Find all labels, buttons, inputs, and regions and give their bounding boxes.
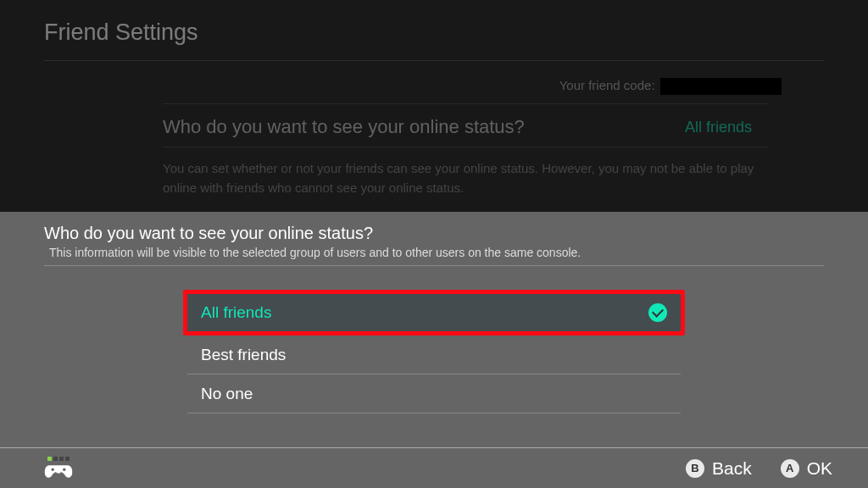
back-label: Back — [712, 458, 752, 479]
bottom-bar: B Back A OK — [0, 447, 868, 488]
option-no-one[interactable]: No one — [187, 374, 681, 413]
svg-point-0 — [52, 469, 54, 471]
option-label: Best friends — [201, 346, 286, 364]
dialog-subtitle: This information will be visible to the … — [44, 246, 824, 259]
controller-status — [44, 457, 73, 480]
option-label: All friends — [201, 303, 271, 322]
option-all-friends[interactable]: All friends — [183, 290, 685, 336]
svg-point-3 — [60, 472, 63, 474]
status-visibility-dialog: Who do you want to see your online statu… — [0, 212, 868, 447]
option-best-friends[interactable]: Best friends — [187, 336, 681, 374]
options-list: All friends Best friends No one — [187, 290, 681, 413]
action-hints: B Back A OK — [686, 458, 832, 479]
option-label: No one — [201, 385, 253, 403]
ok-action[interactable]: A OK — [781, 458, 832, 479]
divider — [44, 265, 824, 266]
svg-point-1 — [63, 469, 65, 471]
ok-label: OK — [807, 458, 832, 479]
battery-indicator-icon — [47, 457, 70, 461]
dim-overlay — [0, 0, 868, 212]
controller-icon — [44, 463, 73, 480]
dialog-header: Who do you want to see your online statu… — [0, 212, 868, 265]
a-button-icon: A — [781, 459, 799, 478]
dialog-title: Who do you want to see your online statu… — [44, 224, 824, 243]
back-action[interactable]: B Back — [686, 458, 752, 479]
check-icon — [648, 303, 667, 322]
svg-point-2 — [54, 472, 57, 474]
b-button-icon: B — [686, 459, 704, 478]
